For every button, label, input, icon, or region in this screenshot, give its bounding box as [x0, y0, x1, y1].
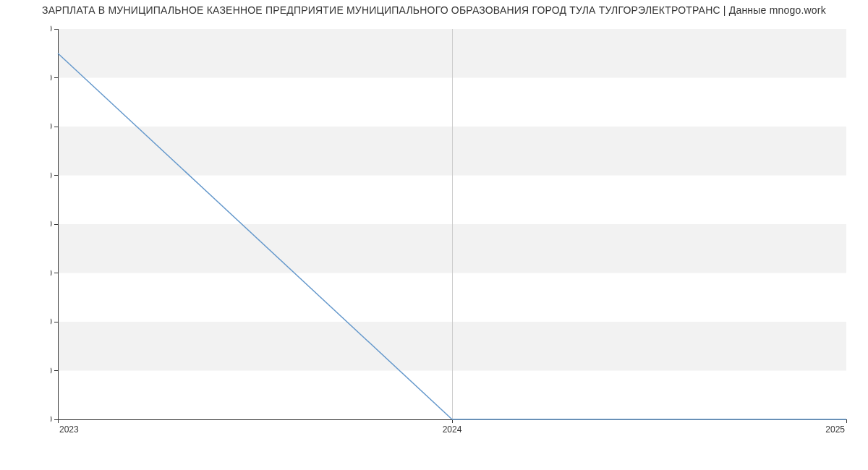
x-tick-label: 2025: [825, 424, 845, 435]
x-tick-label: 2023: [59, 424, 79, 435]
y-tick-label: 54000: [51, 317, 52, 327]
y-tick-label: 66000: [51, 24, 52, 34]
y-tick-label: 56000: [51, 268, 52, 278]
x-tick-label: 2024: [443, 424, 462, 435]
chart-container: ЗАРПЛАТА В МУНИЦИПАЛЬНОЕ КАЗЕННОЕ ПРЕДПР…: [0, 0, 868, 470]
y-tick-label: 60000: [51, 171, 52, 181]
chart-title: ЗАРПЛАТА В МУНИЦИПАЛЬНОЕ КАЗЕННОЕ ПРЕДПР…: [0, 4, 868, 16]
chart-svg: 5000052000540005600058000600006200064000…: [51, 22, 854, 441]
y-tick-label: 52000: [51, 366, 52, 376]
y-tick-label: 62000: [51, 121, 52, 132]
y-tick-label: 50000: [51, 414, 52, 424]
x-axis: 202320242025: [58, 419, 846, 435]
y-axis: 5000052000540005600058000600006200064000…: [51, 24, 58, 424]
grid-bands: [58, 29, 846, 419]
plot-area: 5000052000540005600058000600006200064000…: [51, 22, 854, 441]
y-tick-label: 64000: [51, 73, 52, 83]
y-tick-label: 58000: [51, 219, 52, 229]
